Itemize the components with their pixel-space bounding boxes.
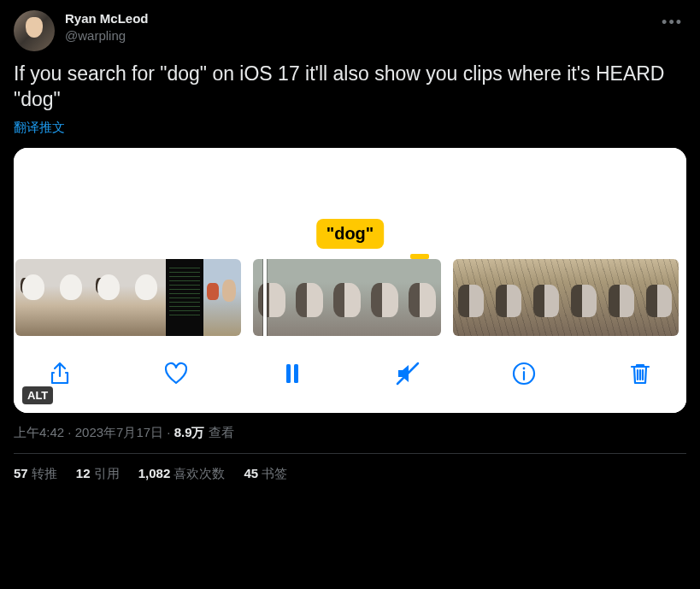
display-name: Ryan McLeod xyxy=(65,10,648,27)
translate-link[interactable]: 翻译推文 xyxy=(14,120,65,136)
clip-frame xyxy=(603,259,641,336)
clip-group-3[interactable] xyxy=(453,259,679,336)
trash-icon xyxy=(626,360,654,387)
clip-frame xyxy=(166,259,203,336)
bookmarks-stat[interactable]: 45 书签 xyxy=(244,466,287,482)
clip-frame xyxy=(641,259,679,336)
share-icon xyxy=(46,360,74,387)
likes-stat[interactable]: 1,082 喜欢次数 xyxy=(138,466,226,482)
tweet-time[interactable]: 上午4:42 xyxy=(14,425,64,439)
quotes-stat[interactable]: 12 引用 xyxy=(76,466,120,482)
clip-frame xyxy=(15,259,53,336)
delete-button[interactable] xyxy=(623,356,657,391)
timeline-marker xyxy=(410,254,429,259)
clip-frame xyxy=(566,259,603,336)
info-button[interactable] xyxy=(507,356,541,391)
clip-frame xyxy=(91,259,128,336)
tweet-date[interactable]: 2023年7月17日 xyxy=(75,425,163,439)
clip-frame xyxy=(528,259,566,336)
tweet-stats: 57 转推 12 引用 1,082 喜欢次数 45 书签 xyxy=(14,454,686,482)
clip-frame xyxy=(366,259,403,336)
heart-icon xyxy=(162,360,190,387)
clip-frame xyxy=(253,259,291,336)
views-count: 8.9万 xyxy=(174,425,205,439)
svg-rect-0 xyxy=(286,364,291,383)
retweets-stat[interactable]: 57 转推 xyxy=(14,466,57,482)
alt-badge[interactable]: ALT xyxy=(22,386,53,404)
tweet-container: Ryan McLeod @warpling ••• If you search … xyxy=(0,0,700,492)
clip-frame xyxy=(128,259,166,336)
search-term-label: "dog" xyxy=(316,219,385,249)
tweet-text: If you search for "dog" on iOS 17 it'll … xyxy=(14,62,686,113)
clip-frame xyxy=(328,259,366,336)
pause-button[interactable] xyxy=(275,356,309,391)
clip-frame xyxy=(491,259,528,336)
svg-point-4 xyxy=(523,367,526,369)
media-toolbar xyxy=(14,336,686,413)
mute-button[interactable] xyxy=(391,356,425,391)
tweet-meta: 上午4:42 · 2023年7月17日 · 8.9万 查看 xyxy=(14,425,686,454)
share-button[interactable] xyxy=(43,356,77,391)
clip-group-1[interactable] xyxy=(15,259,241,336)
like-button[interactable] xyxy=(159,356,193,391)
media-card[interactable]: "dog" xyxy=(14,148,686,413)
video-filmstrip[interactable] xyxy=(14,259,686,336)
clip-frame xyxy=(203,259,241,336)
user-handle: @warpling xyxy=(65,27,648,44)
views-label: 查看 xyxy=(205,425,234,439)
user-info[interactable]: Ryan McLeod @warpling xyxy=(65,10,648,44)
more-icon[interactable]: ••• xyxy=(658,10,686,35)
playhead[interactable] xyxy=(263,259,267,336)
clip-frame xyxy=(53,259,91,336)
svg-rect-1 xyxy=(294,364,298,383)
clip-frame xyxy=(453,259,491,336)
tweet-header: Ryan McLeod @warpling ••• xyxy=(14,10,686,51)
info-icon xyxy=(510,360,538,387)
avatar[interactable] xyxy=(14,10,55,51)
clip-frame xyxy=(403,259,441,336)
media-top-area: "dog" xyxy=(14,148,686,259)
mute-icon xyxy=(394,360,421,387)
clip-frame xyxy=(291,259,328,336)
pause-icon xyxy=(279,360,306,387)
clip-group-2[interactable] xyxy=(253,259,441,336)
